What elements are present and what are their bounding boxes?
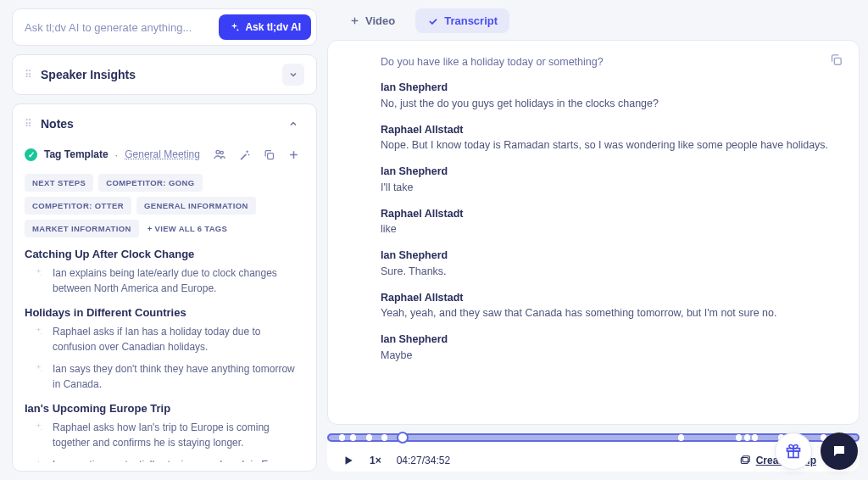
note-section-title: Holidays in Different Countries: [25, 306, 301, 319]
note-item[interactable]: Raphael asks if Ian has a holiday today …: [25, 324, 301, 354]
transcript-card: Do you have like a holiday today or some…: [327, 40, 860, 425]
sparkle-icon: [33, 326, 44, 337]
speaker-insights-panel: ⠿ Speaker Insights: [12, 54, 317, 95]
note-text: Raphael asks how Ian's trip to Europe is…: [53, 420, 301, 450]
tag-chip[interactable]: COMPETITOR: GONG: [98, 174, 202, 192]
tag-template-label: Tag Template: [44, 148, 108, 160]
chevron-down-icon: [288, 70, 298, 80]
sparkle-icon: [33, 267, 44, 278]
add-button[interactable]: [282, 143, 304, 165]
transcript-line[interactable]: Raphael AllstadtYeah, yeah, and they saw…: [381, 290, 840, 322]
timeline-marker[interactable]: [678, 434, 684, 441]
search-input[interactable]: [25, 21, 219, 34]
play-button[interactable]: [342, 455, 354, 466]
timeline-marker[interactable]: [339, 434, 345, 441]
transcript-speaker: Raphael Allstadt: [381, 290, 840, 306]
notes-list: Catching Up After Clock ChangeIan explai…: [25, 248, 304, 462]
tag-chip[interactable]: COMPETITOR: OTTER: [25, 197, 131, 215]
timeline-marker[interactable]: [752, 434, 758, 441]
chat-button[interactable]: [821, 433, 858, 470]
playback-speed[interactable]: 1×: [370, 455, 381, 466]
svg-point-1: [220, 151, 223, 153]
copy-icon: [829, 53, 843, 67]
timeline-marker[interactable]: [736, 434, 742, 441]
transcript-speaker: Ian Shepherd: [381, 248, 840, 264]
sparkle-icon: [33, 421, 44, 433]
notes-title: Notes: [41, 117, 274, 131]
note-text: Ian explains being late/early due to clo…: [53, 265, 301, 296]
tab-transcript[interactable]: Transcript: [415, 8, 509, 33]
wand-button[interactable]: [233, 143, 255, 165]
tag-template-link[interactable]: General Meeting: [125, 148, 200, 160]
copy-button[interactable]: [258, 143, 280, 165]
tag-chip[interactable]: NEXT STEPS: [25, 174, 93, 192]
note-section-title: Catching Up After Clock Change: [25, 248, 301, 260]
transcript-text: Maybe: [381, 348, 840, 364]
note-text: Ian says they don't think they have anyt…: [53, 361, 301, 392]
tag-chip[interactable]: GENERAL INFORMATION: [136, 197, 256, 215]
copy-transcript-button[interactable]: [829, 53, 843, 67]
svg-marker-8: [346, 456, 353, 464]
transcript-text: Sure. Thanks.: [381, 264, 840, 280]
ask-ai-label: Ask tl;dv AI: [245, 21, 301, 33]
tab-transcript-label: Transcript: [444, 14, 498, 27]
note-section: Ian's Upcoming Europe TripRaphael asks h…: [25, 402, 301, 462]
drag-handle-icon[interactable]: ⠿: [25, 70, 32, 80]
time-display: 04:27/34:52: [397, 455, 450, 466]
gift-icon: [785, 443, 802, 460]
note-item[interactable]: Ian explains being late/early due to clo…: [25, 265, 301, 296]
transcript-line[interactable]: Raphael Allstadtlike: [381, 206, 840, 238]
tab-video-label: Video: [365, 14, 395, 27]
transcript-text: like: [381, 221, 840, 237]
transcript-speaker: Ian Shepherd: [381, 80, 840, 96]
transcript-line[interactable]: Ian ShepherdI'll take: [381, 164, 840, 196]
people-button[interactable]: [209, 143, 231, 165]
transcript-line[interactable]: Raphael AllstadtNope. But I know today i…: [381, 122, 840, 154]
check-icon: [427, 15, 439, 27]
transcript-line[interactable]: Ian ShepherdNo, just the do you guys get…: [381, 80, 840, 112]
note-item[interactable]: Ian says they don't think they have anyt…: [25, 361, 301, 392]
tag-chip[interactable]: MARKET INFORMATION: [25, 220, 139, 237]
plus-icon: [287, 148, 300, 161]
transcript-text: No, just the do you guys get holidays in…: [381, 96, 840, 112]
note-item[interactable]: Ian mentions potentially staying on a be…: [25, 457, 301, 462]
tag-template-row: ✓ Tag Template · General Meeting: [25, 143, 304, 165]
copy-icon: [263, 148, 275, 161]
ask-ai-button[interactable]: Ask tl;dv AI: [219, 14, 311, 40]
transcript-line[interactable]: Ian ShepherdMaybe: [381, 332, 840, 364]
check-icon: ✓: [25, 148, 37, 161]
svg-rect-2: [267, 153, 273, 159]
note-section: Catching Up After Clock ChangeIan explai…: [25, 248, 301, 296]
transcript-speaker: Ian Shepherd: [381, 332, 840, 348]
gift-button[interactable]: [775, 433, 812, 470]
sparkle-icon: [33, 459, 44, 462]
speaker-insights-title: Speaker Insights: [41, 68, 274, 81]
playhead[interactable]: [397, 432, 409, 444]
note-text: Raphael asks if Ian has a holiday today …: [53, 324, 301, 354]
note-item[interactable]: Raphael asks how Ian's trip to Europe is…: [25, 420, 301, 450]
sparkle-icon: [33, 363, 44, 374]
notes-toggle[interactable]: [282, 113, 304, 135]
transcript-line[interactable]: Ian ShepherdSure. Thanks.: [381, 248, 840, 280]
tab-video[interactable]: Video: [337, 8, 407, 33]
plus-icon: [349, 15, 360, 26]
timeline-marker[interactable]: [381, 434, 387, 441]
transcript-lines: Ian ShepherdNo, just the do you guys get…: [347, 80, 840, 364]
note-section: Holidays in Different CountriesRaphael a…: [25, 306, 301, 392]
drag-handle-icon[interactable]: ⠿: [25, 119, 32, 129]
ai-search-bar: Ask tl;dv AI: [12, 8, 317, 46]
note-text: Ian mentions potentially staying on a be…: [53, 457, 301, 462]
chat-icon: [832, 444, 847, 459]
tabs-row: Video Transcript: [327, 8, 860, 40]
chevron-up-icon: [288, 119, 298, 129]
transcript-text: I'll take: [381, 180, 840, 196]
timeline-marker[interactable]: [366, 434, 372, 441]
svg-point-0: [216, 150, 220, 153]
timeline-marker[interactable]: [350, 434, 356, 441]
speaker-insights-toggle[interactable]: [282, 64, 304, 86]
transcript-intro: Do you have like a holiday today or some…: [347, 56, 840, 68]
transcript-text: Nope. But I know today is Ramadan starts…: [381, 137, 840, 153]
view-all-tags[interactable]: + VIEW ALL 6 TAGS: [144, 220, 231, 237]
transcript-speaker: Raphael Allstadt: [381, 122, 840, 138]
timeline-marker[interactable]: [744, 434, 750, 441]
